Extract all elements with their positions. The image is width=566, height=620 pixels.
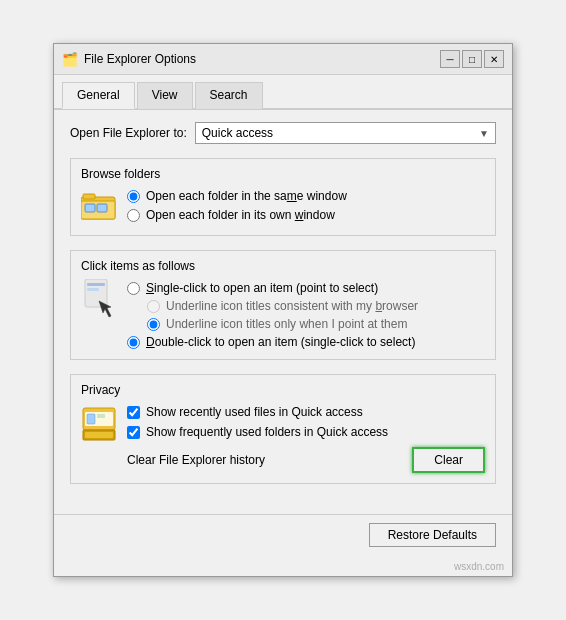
privacy-controls: Show recently used files in Quick access…: [127, 405, 485, 473]
double-click-radio[interactable]: [127, 336, 140, 349]
tab-general[interactable]: General: [62, 82, 135, 109]
privacy-icon: [81, 405, 117, 441]
window-icon: 🗂️: [62, 52, 78, 67]
svg-rect-7: [87, 288, 99, 291]
browse-same-window-option[interactable]: Open each folder in the same window: [127, 189, 347, 203]
browse-same-window-radio[interactable]: [127, 190, 140, 203]
recent-files-label: Show recently used files in Quick access: [146, 405, 363, 419]
privacy-section: Privacy Show: [70, 374, 496, 484]
underline-browser-label: Underline icon titles consistent with my…: [166, 299, 418, 313]
svg-rect-2: [83, 194, 95, 199]
minimize-button[interactable]: ─: [440, 50, 460, 68]
browse-same-window-label: Open each folder in the same window: [146, 189, 347, 203]
privacy-checkboxes: Show recently used files in Quick access…: [127, 405, 485, 439]
file-explorer-options-dialog: 🗂️ File Explorer Options ─ □ ✕ General V…: [53, 43, 513, 577]
underline-point-option[interactable]: Underline icon titles only when I point …: [147, 317, 418, 331]
clear-btn-label: Clear: [434, 453, 463, 467]
dropdown-value: Quick access: [202, 126, 273, 140]
watermark: wsxdn.com: [54, 559, 512, 576]
title-controls: ─ □ ✕: [440, 50, 504, 68]
double-click-label: Double-click to open an item (single-cli…: [146, 335, 415, 349]
click-items-section: Click items as follows Single-click to o…: [70, 250, 496, 360]
browse-folders-options: Open each folder in the same window Open…: [127, 189, 347, 225]
frequent-folders-checkbox[interactable]: [127, 426, 140, 439]
tab-search[interactable]: Search: [195, 82, 263, 109]
frequent-folders-option[interactable]: Show frequently used folders in Quick ac…: [127, 425, 485, 439]
underline-browser-option[interactable]: Underline icon titles consistent with my…: [147, 299, 418, 313]
browse-own-window-radio[interactable]: [127, 209, 140, 222]
single-click-label: Single-click to open an item (point to s…: [146, 281, 378, 295]
bottom-bar: Restore Defaults: [54, 514, 512, 559]
tab-content: Open File Explorer to: Quick access ▼ Br…: [54, 110, 512, 514]
browse-folders-title: Browse folders: [81, 167, 485, 181]
click-items-title: Click items as follows: [81, 259, 485, 273]
browse-own-window-label: Open each folder in its own window: [146, 208, 335, 222]
svg-rect-3: [85, 204, 95, 212]
underline-browser-radio[interactable]: [147, 300, 160, 313]
underline-point-radio[interactable]: [147, 318, 160, 331]
svg-rect-10: [87, 414, 95, 424]
open-explorer-dropdown[interactable]: Quick access ▼: [195, 122, 496, 144]
clear-history-row: Clear File Explorer history Clear: [127, 447, 485, 473]
underline-point-label: Underline icon titles only when I point …: [166, 317, 407, 331]
click-items-options: Single-click to open an item (point to s…: [127, 281, 418, 349]
single-click-option[interactable]: Single-click to open an item (point to s…: [127, 281, 418, 295]
open-explorer-label: Open File Explorer to:: [70, 126, 187, 140]
double-click-option[interactable]: Double-click to open an item (single-cli…: [127, 335, 418, 349]
maximize-button[interactable]: □: [462, 50, 482, 68]
dropdown-arrow-icon: ▼: [479, 128, 489, 139]
frequent-folders-label: Show frequently used folders in Quick ac…: [146, 425, 388, 439]
close-button[interactable]: ✕: [484, 50, 504, 68]
browse-own-window-option[interactable]: Open each folder in its own window: [127, 208, 347, 222]
tabs-bar: General View Search: [54, 75, 512, 110]
svg-rect-13: [85, 432, 113, 438]
restore-defaults-label: Restore Defaults: [388, 528, 477, 542]
single-click-radio[interactable]: [127, 282, 140, 295]
clear-history-label: Clear File Explorer history: [127, 453, 404, 467]
tab-view[interactable]: View: [137, 82, 193, 109]
restore-defaults-button[interactable]: Restore Defaults: [369, 523, 496, 547]
open-explorer-row: Open File Explorer to: Quick access ▼: [70, 122, 496, 144]
click-items-icon: [81, 281, 117, 317]
svg-rect-11: [97, 414, 105, 418]
title-bar: 🗂️ File Explorer Options ─ □ ✕: [54, 44, 512, 75]
svg-rect-4: [97, 204, 107, 212]
browse-folders-icon: [81, 189, 117, 225]
browse-folders-section: Browse folders Open each folder in the s…: [70, 158, 496, 236]
recent-files-option[interactable]: Show recently used files in Quick access: [127, 405, 485, 419]
clear-history-button[interactable]: Clear: [412, 447, 485, 473]
svg-rect-6: [87, 283, 105, 286]
window-title: File Explorer Options: [84, 52, 196, 66]
privacy-title: Privacy: [81, 383, 485, 397]
recent-files-checkbox[interactable]: [127, 406, 140, 419]
